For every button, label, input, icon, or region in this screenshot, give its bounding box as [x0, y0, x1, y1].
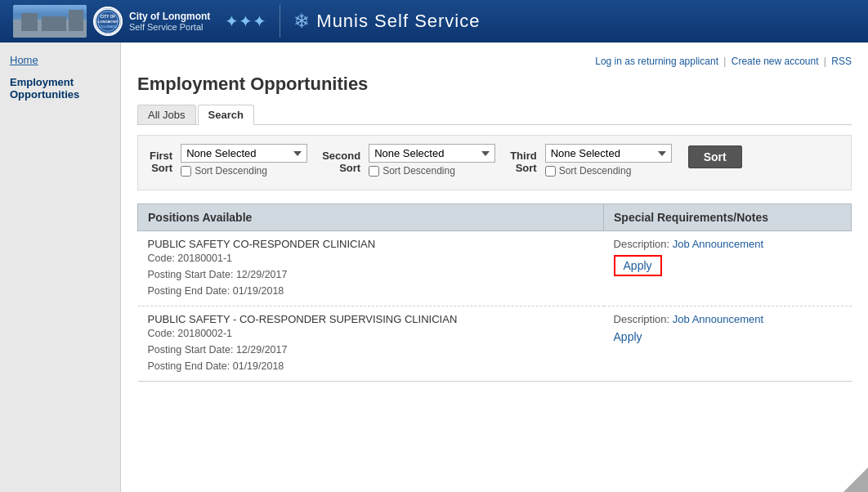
layout: Home Employment Opportunities Log in as …	[0, 42, 868, 492]
job-meta-2: Code: 20180002-1 Posting Start Date: 12/…	[148, 325, 594, 374]
logo-area: CITY OF LONGMONT COLORADO City of Longmo…	[13, 5, 280, 38]
sort-section: First Sort None Selected Sort Descending…	[137, 135, 852, 190]
job-code-1: Code: 20180001-1	[148, 253, 233, 264]
second-sort-select[interactable]: None Selected	[369, 144, 495, 163]
apply-container-2: Apply	[614, 325, 842, 343]
third-sort-descending-checkbox[interactable]	[545, 166, 556, 177]
first-sort-select[interactable]: None Selected	[181, 144, 307, 163]
portal-line1: City of Longmont	[129, 11, 210, 22]
sidebar: Home Employment Opportunities	[0, 42, 121, 492]
svg-text:COLORADO: COLORADO	[99, 25, 117, 29]
first-sort-descending-label[interactable]: Sort Descending	[181, 165, 307, 177]
svg-text:LONGMONT: LONGMONT	[98, 20, 119, 24]
portal-text: City of Longmont Self Service Portal	[129, 11, 210, 32]
job-announcement-link-2[interactable]: Job Announcement	[673, 313, 763, 325]
portal-line2: Self Service Portal	[129, 22, 210, 32]
third-sort-group: None Selected Sort Descending	[545, 144, 672, 177]
tabs-bar: All Jobs Search	[137, 105, 852, 125]
separator2: |	[824, 56, 829, 67]
first-sort-group: None Selected Sort Descending	[181, 144, 307, 177]
jobs-table: Positions Available Special Requirements…	[137, 204, 852, 382]
job-requirements-1: Description: Job Announcement Apply	[604, 231, 852, 306]
decorative-dots: ✦✦✦	[225, 11, 266, 31]
col-requirements: Special Requirements/Notes	[604, 204, 852, 231]
first-sort-descending-checkbox[interactable]	[181, 166, 191, 177]
header: CITY OF LONGMONT COLORADO City of Longmo…	[0, 0, 868, 42]
third-sort-descending-label[interactable]: Sort Descending	[545, 165, 672, 177]
svg-text:CITY OF: CITY OF	[101, 15, 116, 19]
apply-button-2[interactable]: Apply	[614, 330, 642, 343]
job-title-1: PUBLIC SAFETY CO-RESPONDER CLINICIAN	[148, 238, 594, 250]
job-details-1: PUBLIC SAFETY CO-RESPONDER CLINICIAN Cod…	[138, 231, 604, 306]
main-content: Log in as returning applicant | Create n…	[121, 42, 868, 492]
city-seal: CITY OF LONGMONT COLORADO	[93, 7, 123, 36]
job-desc-1: Description: Job Announcement	[614, 238, 842, 250]
job-title-2: PUBLIC SAFETY - CO-RESPONDER SUPERVISING…	[148, 313, 594, 325]
job-meta-1: Code: 20180001-1 Posting Start Date: 12/…	[148, 250, 594, 299]
tab-all-jobs[interactable]: All Jobs	[137, 105, 196, 124]
table-row: PUBLIC SAFETY CO-RESPONDER CLINICIAN Cod…	[138, 231, 852, 306]
create-account-link[interactable]: Create new account	[732, 56, 819, 67]
third-sort-select[interactable]: None Selected	[545, 144, 672, 163]
tab-search[interactable]: Search	[198, 105, 254, 125]
apply-container-1: Apply	[614, 250, 842, 276]
job-start-2: Posting Start Date: 12/29/2017	[148, 344, 288, 356]
separator1: |	[723, 56, 728, 67]
city-building-image	[13, 5, 87, 38]
second-sort-label: Second Sort	[322, 146, 360, 174]
app-icon: ❄	[293, 10, 310, 33]
job-end-2: Posting End Date: 01/19/2018	[148, 360, 284, 372]
sidebar-item-employment[interactable]: Employment Opportunities	[0, 71, 120, 105]
third-sort-label: Third Sort	[510, 146, 537, 174]
first-sort-label: First Sort	[150, 146, 172, 174]
job-start-1: Posting Start Date: 12/29/2017	[148, 269, 288, 280]
table-row: PUBLIC SAFETY - CO-RESPONDER SUPERVISING…	[138, 306, 852, 382]
login-link[interactable]: Log in as returning applicant	[595, 56, 718, 67]
app-title: Munis Self Service	[316, 11, 480, 32]
rss-link[interactable]: RSS	[831, 56, 852, 67]
second-sort-descending-label[interactable]: Sort Descending	[369, 165, 495, 177]
col-positions: Positions Available	[138, 204, 604, 231]
job-details-2: PUBLIC SAFETY - CO-RESPONDER SUPERVISING…	[138, 306, 604, 382]
apply-button-1[interactable]: Apply	[614, 255, 662, 276]
second-sort-group: None Selected Sort Descending	[369, 144, 495, 177]
sort-button[interactable]: Sort	[688, 145, 742, 168]
job-requirements-2: Description: Job Announcement Apply	[604, 306, 852, 382]
sidebar-item-home[interactable]: Home	[0, 49, 120, 71]
second-sort-descending-checkbox[interactable]	[369, 166, 379, 177]
top-links: Log in as returning applicant | Create n…	[137, 56, 852, 67]
job-code-2: Code: 20180002-1	[148, 328, 233, 339]
table-header-row: Positions Available Special Requirements…	[138, 204, 852, 231]
page-title: Employment Opportunities	[137, 74, 852, 95]
sort-row: First Sort None Selected Sort Descending…	[150, 144, 839, 177]
job-desc-2: Description: Job Announcement	[614, 313, 842, 325]
job-end-1: Posting End Date: 01/19/2018	[148, 285, 284, 297]
job-announcement-link-1[interactable]: Job Announcement	[673, 238, 763, 250]
